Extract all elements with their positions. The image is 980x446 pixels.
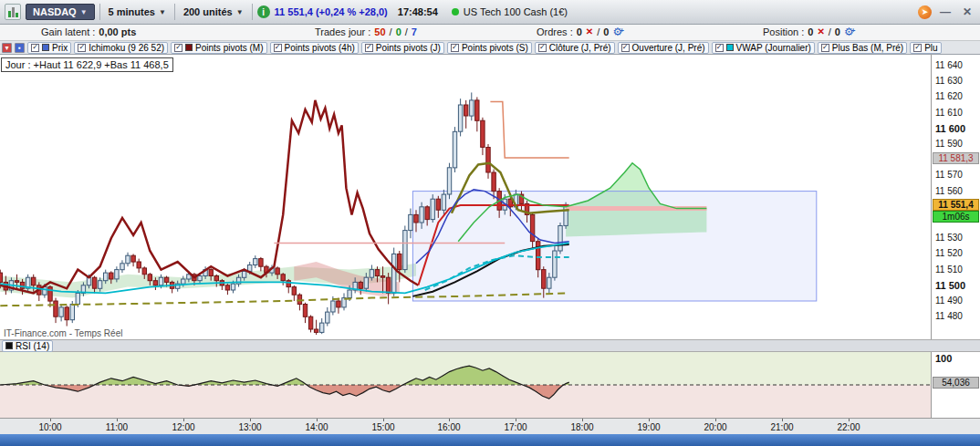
checkbox[interactable]: ✓: [451, 44, 459, 52]
price-panel: Jour : +Haut 11 622,9 +Bas 11 468,5 IT-F…: [0, 55, 980, 339]
rsi-chart-svg: [0, 352, 931, 418]
price-tick: 11 640: [935, 60, 963, 70]
price-tick: 11 610: [935, 108, 963, 118]
time-axis[interactable]: 10:0011:0012:0013:0014:0015:0016:0017:00…: [0, 418, 980, 434]
price-tick: 11 480: [935, 311, 963, 321]
trades-open: 7: [412, 26, 417, 37]
legend-label: Ichimoku (9 26 52): [89, 43, 164, 53]
price-tick: 11 510: [935, 264, 963, 275]
rsi-swatch: [5, 342, 13, 349]
chevron-down-icon: ▼: [236, 8, 244, 16]
checkbox[interactable]: ✓: [621, 44, 630, 52]
timeframe-dropdown[interactable]: 5 minutes ▼: [105, 5, 170, 19]
checkbox[interactable]: ✓: [913, 44, 922, 52]
price-chart[interactable]: Jour : +Haut 11 622,9 +Bas 11 468,5 IT-F…: [0, 55, 931, 339]
checkbox[interactable]: ✓: [174, 44, 182, 52]
price-tick: 11 560: [935, 186, 963, 196]
rsi-panel: 100 54,036: [0, 352, 980, 418]
price-tick: 11 600: [935, 123, 965, 134]
legend-label: Points pivots (S): [462, 43, 528, 53]
time-label: 17:00: [504, 422, 526, 432]
price-axis[interactable]: 11 64011 63011 62011 61011 60011 59011 5…: [931, 55, 980, 339]
prev-close-badge: 11 581,3: [933, 152, 979, 164]
time-tick: [582, 419, 583, 421]
time-label: 20:00: [704, 422, 726, 432]
time-label: 11:00: [106, 422, 128, 432]
time-label: 13:00: [238, 422, 261, 432]
legend-item-0[interactable]: ✓Prix: [27, 42, 71, 54]
bottom-taskbar: [0, 434, 980, 446]
legend-item-1[interactable]: ✓Ichimoku (9 26 52): [74, 42, 168, 54]
time-tick: [782, 419, 783, 421]
indicator-swatch: [726, 44, 734, 51]
orders-count2: 0: [603, 26, 609, 37]
time-tick: [516, 419, 516, 421]
position-count: 0: [808, 26, 813, 37]
time-tick: [183, 419, 184, 421]
legend-label: Ouverture (J, Pré): [632, 43, 705, 53]
connection-icon[interactable]: ➤: [918, 5, 932, 19]
rsi-axis: 100 54,036: [931, 352, 980, 418]
legend-blue-tool-icon[interactable]: ▪: [15, 43, 25, 53]
legend-item-rsi[interactable]: RSI (14): [2, 340, 53, 352]
time-tick: [117, 419, 118, 421]
legend-label: Clôture (J, Pré): [549, 43, 611, 53]
legend-item-9[interactable]: ✓Plus Bas (M, Pré): [818, 42, 907, 54]
indicator-swatch: [185, 44, 193, 51]
day-range-tooltip: Jour : +Haut 11 622,9 +Bas 11 468,5: [1, 57, 173, 72]
last-price-quote: 11 551,4 (+0,24 % +28,0): [275, 6, 388, 17]
divider: [252, 4, 253, 20]
checkbox[interactable]: ✓: [821, 44, 829, 52]
legend-label: Plus Bas (M, Pré): [832, 43, 903, 53]
legend-label: Points pivots (M): [195, 43, 263, 53]
legend-item-5[interactable]: ✓Points pivots (S): [447, 42, 532, 54]
position: Position : 0 ✕ / 0 ⚙+: [763, 26, 855, 37]
units-dropdown[interactable]: 200 unités ▼: [180, 5, 247, 19]
checkbox[interactable]: ✓: [365, 44, 373, 52]
price-tick: 11 590: [935, 139, 963, 149]
gain-value: 0,00 pts: [99, 26, 136, 37]
price-chart-svg: [0, 55, 931, 339]
checkbox[interactable]: ✓: [538, 44, 547, 52]
rsi-chart[interactable]: [0, 352, 931, 418]
legend-item-3[interactable]: ✓Points pivots (4h): [270, 42, 359, 54]
price-tick: 11 570: [935, 170, 963, 180]
price-tick: 11 530: [935, 233, 963, 243]
trading-window: NASDAQ ▼ 5 minutes ▼ 200 unités ▼ i 11 5…: [0, 0, 980, 446]
time-tick: [449, 419, 450, 421]
orders-settings-icon[interactable]: ⚙+: [612, 26, 623, 37]
top-toolbar: NASDAQ ▼ 5 minutes ▼ 200 unités ▼ i 11 5…: [0, 0, 980, 25]
rsi-value-badge: 54,036: [933, 377, 979, 389]
instrument-label: NASDAQ: [33, 6, 77, 17]
minimize-icon[interactable]: —: [936, 5, 954, 18]
close-icon[interactable]: ✕: [959, 5, 975, 18]
feed-status-icon: [452, 8, 459, 16]
legend-item-8[interactable]: ✓VWAP (Journalier): [712, 42, 815, 54]
time-tick: [383, 419, 384, 421]
instrument-dropdown[interactable]: NASDAQ ▼: [26, 4, 95, 20]
time-label: 22:00: [837, 422, 860, 432]
cancel-orders-icon[interactable]: ✕: [586, 27, 593, 36]
checkbox[interactable]: ✓: [715, 44, 724, 52]
legend-label: Plu: [924, 43, 937, 53]
legend-item-6[interactable]: ✓Clôture (J, Pré): [535, 42, 615, 54]
time-tick: [649, 419, 650, 421]
position-settings-icon[interactable]: ⚙+: [844, 26, 855, 37]
chart-type-icon[interactable]: [5, 4, 21, 20]
info-icon[interactable]: i: [257, 5, 270, 18]
trades-losses: 0: [396, 26, 401, 37]
trades-wins: 50: [374, 26, 385, 37]
legend-red-tool-icon[interactable]: ▾: [2, 43, 12, 53]
legend-item-10[interactable]: ✓Plu: [910, 42, 941, 54]
checkbox[interactable]: ✓: [31, 44, 39, 52]
legend-item-7[interactable]: ✓Ouverture (J, Pré): [618, 42, 709, 54]
legend-item-2[interactable]: ✓Points pivots (M): [171, 42, 266, 54]
close-position-icon[interactable]: ✕: [817, 27, 824, 36]
rsi-legend-bar: RSI (14): [0, 339, 980, 352]
chevron-down-icon: ▼: [159, 8, 166, 16]
checkbox[interactable]: ✓: [274, 44, 282, 52]
legend-label: Points pivots (4h): [285, 43, 355, 53]
position-count2: 0: [835, 26, 840, 37]
checkbox[interactable]: ✓: [78, 44, 86, 52]
legend-item-4[interactable]: ✓Points pivots (J): [361, 42, 444, 54]
